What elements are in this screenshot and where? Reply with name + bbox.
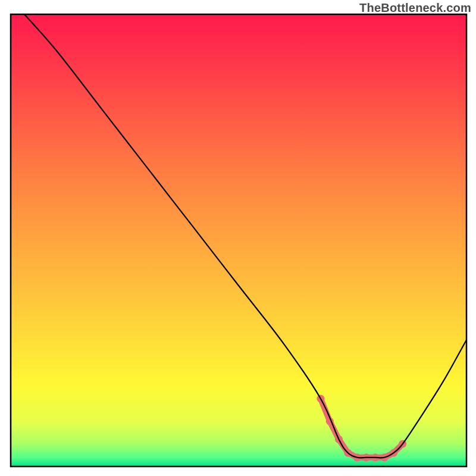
bottleneck-chart [0,0,476,476]
chart-container: TheBottleneck.com [0,0,476,476]
watermark-text: TheBottleneck.com [359,1,471,15]
gradient-background [11,14,466,466]
